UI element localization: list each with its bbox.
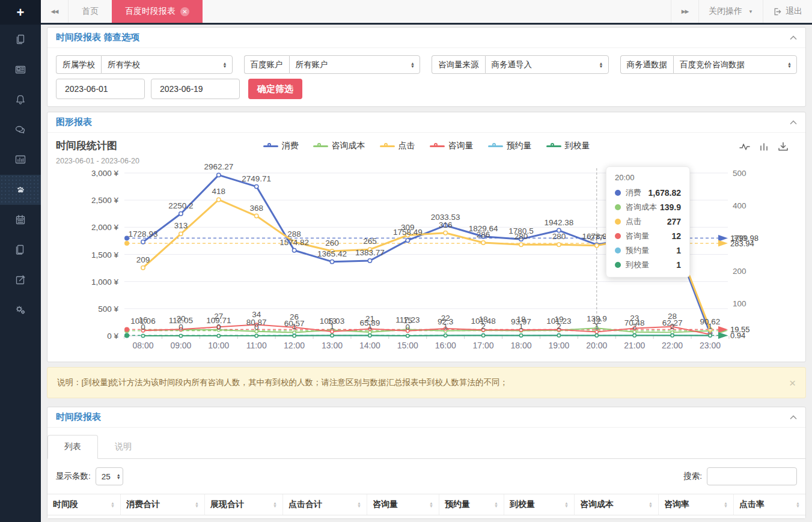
col-impression-total[interactable]: 展现合计▲▼ xyxy=(205,494,283,515)
sort-icon[interactable]: ▲▼ xyxy=(494,502,498,508)
sort-icon[interactable]: ▲▼ xyxy=(357,502,361,508)
tab-list[interactable]: 列表 xyxy=(47,435,98,459)
sidebar-item-calendar[interactable] xyxy=(0,205,41,235)
col-click-total[interactable]: 点击合计▲▼ xyxy=(283,494,367,515)
series-dot xyxy=(615,233,621,239)
svg-text:1,500 ¥: 1,500 ¥ xyxy=(91,250,119,259)
consult-source-select[interactable]: 商务通导入 ▲▼ xyxy=(485,55,609,74)
collapse-icon[interactable] xyxy=(790,120,797,125)
tab-home[interactable]: 首页 xyxy=(69,0,112,23)
svg-text:418: 418 xyxy=(212,187,226,196)
svg-text:21: 21 xyxy=(365,314,374,323)
collapse-icon[interactable] xyxy=(790,415,797,420)
svg-text:2,000 ¥: 2,000 ¥ xyxy=(91,223,119,232)
close-icon[interactable]: × xyxy=(789,377,796,389)
svg-text:1: 1 xyxy=(594,322,599,331)
legend-marker xyxy=(488,143,503,150)
svg-text:0 ¥: 0 ¥ xyxy=(107,332,118,341)
start-date-input[interactable]: 2023-06-01 xyxy=(56,79,145,99)
school-select[interactable]: 所有学校 ▲▼ xyxy=(101,55,233,74)
svg-text:283.94: 283.94 xyxy=(730,239,754,248)
svg-text:23: 23 xyxy=(630,314,639,323)
collapse-icon[interactable] xyxy=(790,35,797,40)
tooltip-row: 咨询量 12 xyxy=(615,229,681,243)
confirm-filter-button[interactable]: 确定筛选 xyxy=(248,79,302,99)
col-consume-total[interactable]: 消费合计▲▼ xyxy=(121,494,205,515)
school-select-value: 所有学校 xyxy=(108,59,140,70)
legend-item-appointments[interactable]: 预约量 xyxy=(488,141,532,151)
sidebar-item-notifications[interactable] xyxy=(0,85,41,115)
svg-text:17:00: 17:00 xyxy=(473,341,494,350)
sidebar-item-statistics[interactable] xyxy=(0,145,41,175)
sort-icon[interactable]: ▲▼ xyxy=(796,502,800,508)
time-period-chart[interactable]: 3,000 ¥2,500 ¥2,000 ¥1,500 ¥1,000 ¥500 ¥… xyxy=(47,163,805,362)
svg-text:1728.93: 1728.93 xyxy=(129,229,158,238)
legend-item-consults[interactable]: 咨询量 xyxy=(430,141,474,151)
calendar-icon xyxy=(14,214,26,226)
svg-text:286: 286 xyxy=(477,230,490,239)
select-arrows-icon: ▲▼ xyxy=(111,473,121,479)
sidebar-item-reports-active[interactable] xyxy=(0,175,41,205)
tab-baidu-report-active[interactable]: 百度时段报表 ✕ xyxy=(112,0,203,23)
sidebar-item-edit[interactable] xyxy=(0,265,41,295)
close-operations-dropdown[interactable]: 关闭操作 ▼ xyxy=(698,0,763,23)
newspaper-icon xyxy=(14,64,26,76)
chart-tooltip: 20:00 消费 1,678.82 咨询成本 139.9 点击 277 咨询量 … xyxy=(606,166,690,278)
search-input[interactable] xyxy=(707,467,797,485)
svg-text:22:00: 22:00 xyxy=(662,341,683,350)
sort-icon[interactable]: ▲▼ xyxy=(724,502,728,508)
col-appointments[interactable]: 预约量▲▼ xyxy=(439,494,504,515)
sidebar-item-messages[interactable] xyxy=(0,115,41,145)
sidebar-item-files[interactable] xyxy=(0,235,41,265)
chart-legend: 消费 咨询成本 点击 咨询量 预约量 到 xyxy=(47,141,805,151)
svg-text:1: 1 xyxy=(708,322,713,331)
legend-item-clicks[interactable]: 点击 xyxy=(380,141,415,151)
legend-item-consult-cost[interactable]: 咨询成本 xyxy=(313,141,365,151)
sort-icon[interactable]: ▲▼ xyxy=(429,502,433,508)
sort-icon[interactable]: ▲▼ xyxy=(564,502,569,508)
col-click-rate[interactable]: 点击率▲▼ xyxy=(734,494,805,515)
collapse-tabs-icon[interactable]: ◀◀ xyxy=(41,0,69,23)
gears-icon xyxy=(14,304,26,316)
line-chart-icon[interactable] xyxy=(739,141,750,152)
expand-tabs-icon[interactable]: ▶▶ xyxy=(671,0,698,23)
account-select[interactable]: 所有账户 ▲▼ xyxy=(289,55,421,74)
col-consults[interactable]: 咨询量▲▼ xyxy=(367,494,439,515)
tab-description[interactable]: 说明 xyxy=(98,435,148,459)
col-time-period[interactable]: 时间段▲▼ xyxy=(47,494,121,515)
tab-close-icon[interactable]: ✕ xyxy=(180,7,189,16)
svg-text:12:00: 12:00 xyxy=(284,341,305,350)
swt-data-select[interactable]: 百度竞价咨询数据 ▲▼ xyxy=(673,55,797,74)
svg-text:100: 100 xyxy=(733,299,746,308)
end-date-input[interactable]: 2023-06-19 xyxy=(151,79,240,99)
page-size-select[interactable]: 25 ▲▼ xyxy=(96,467,123,485)
sidebar-item-news[interactable] xyxy=(0,55,41,85)
col-consult-rate[interactable]: 咨询率▲▼ xyxy=(659,494,734,515)
legend-item-visits[interactable]: 到校量 xyxy=(546,141,590,151)
add-button[interactable]: + xyxy=(0,0,41,25)
sort-icon[interactable]: ▲▼ xyxy=(649,502,653,508)
col-visits[interactable]: 到校量▲▼ xyxy=(504,494,575,515)
svg-text:19:00: 19:00 xyxy=(548,341,569,350)
col-consult-cost[interactable]: 咨询成本▲▼ xyxy=(575,494,659,515)
consult-source-value: 商务通导入 xyxy=(492,59,533,70)
svg-text:2: 2 xyxy=(670,322,675,331)
sort-icon[interactable]: ▲▼ xyxy=(273,502,277,508)
svg-text:09:00: 09:00 xyxy=(170,341,191,350)
sidebar-item-documents[interactable] xyxy=(0,25,41,55)
bar-chart-icon[interactable] xyxy=(759,141,769,152)
account-filter: 百度账户 所有账户 ▲▼ xyxy=(244,55,421,74)
svg-text:21:00: 21:00 xyxy=(624,341,645,350)
sort-icon[interactable]: ▲▼ xyxy=(111,502,115,508)
chart-board-icon xyxy=(14,154,26,166)
logout-button[interactable]: 退出 xyxy=(763,0,812,23)
svg-text:277: 277 xyxy=(590,233,604,242)
legend-item-consume[interactable]: 消费 xyxy=(263,141,299,151)
sort-icon[interactable]: ▲▼ xyxy=(195,502,199,508)
note-text: 说明：[到校量]统计方法为该时间段内所有咨询人数，其中有到校的人数；请注意区别与… xyxy=(57,377,508,388)
svg-text:28: 28 xyxy=(668,312,677,321)
topbar: ◀◀ 首页 百度时段报表 ✕ ▶▶ 关闭操作 ▼ 退出 xyxy=(41,0,812,25)
sidebar-item-settings[interactable] xyxy=(0,295,41,325)
svg-text:200: 200 xyxy=(733,267,746,276)
download-icon[interactable] xyxy=(778,141,789,152)
